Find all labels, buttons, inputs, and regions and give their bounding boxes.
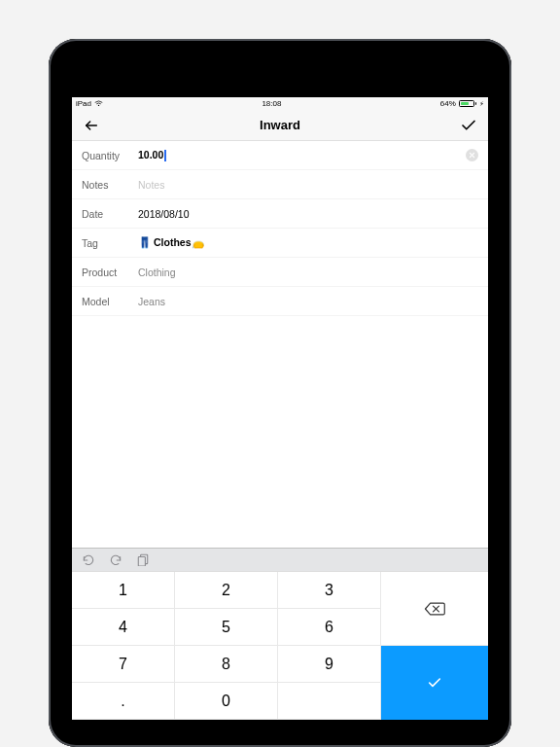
notes-row[interactable]: Notes Notes bbox=[72, 170, 488, 199]
text-cursor bbox=[164, 150, 166, 161]
status-left: iPad bbox=[76, 99, 103, 108]
key-0[interactable]: 0 bbox=[175, 683, 278, 720]
tag-label: Tag bbox=[82, 237, 138, 249]
device-label: iPad bbox=[76, 99, 91, 108]
undo-button[interactable] bbox=[82, 553, 95, 567]
status-bar: iPad 18:08 64% ⚡︎ bbox=[72, 97, 488, 110]
date-label: Date bbox=[82, 208, 138, 220]
enter-key[interactable] bbox=[381, 646, 488, 720]
keyboard-toolbar bbox=[72, 548, 488, 571]
key-8[interactable]: 8 bbox=[175, 646, 278, 683]
key-3[interactable]: 3 bbox=[278, 572, 381, 609]
tag-emoji-icon: 👖 bbox=[138, 236, 152, 248]
page-title: Inward bbox=[72, 118, 488, 132]
svg-point-0 bbox=[98, 105, 99, 106]
tag-emoji2-icon: 👝 bbox=[192, 236, 205, 248]
key-9[interactable]: 9 bbox=[278, 646, 381, 683]
tag-row[interactable]: Tag 👖Clothes👝 bbox=[72, 229, 488, 258]
svg-rect-5 bbox=[138, 557, 145, 566]
notes-label: Notes bbox=[82, 179, 138, 191]
key-7[interactable]: 7 bbox=[72, 646, 175, 683]
number-keypad: 1 2 3 4 5 6 7 8 9 . 0 bbox=[72, 571, 488, 720]
quantity-value[interactable]: 10.00 bbox=[138, 149, 466, 161]
backspace-key[interactable] bbox=[381, 572, 488, 646]
battery-icon bbox=[459, 100, 476, 107]
status-time: 18:08 bbox=[103, 99, 440, 108]
key-6[interactable]: 6 bbox=[278, 609, 381, 646]
key-2[interactable]: 2 bbox=[175, 572, 278, 609]
model-label: Model bbox=[82, 296, 138, 307]
clipboard-button[interactable] bbox=[136, 553, 150, 567]
model-value[interactable]: Jeans bbox=[138, 296, 478, 307]
date-row[interactable]: Date 2018/08/10 bbox=[72, 199, 488, 229]
product-value[interactable]: Clothing bbox=[138, 267, 478, 278]
notes-input[interactable]: Notes bbox=[138, 179, 478, 191]
key-4[interactable]: 4 bbox=[72, 609, 175, 646]
confirm-button[interactable] bbox=[459, 116, 478, 135]
key-empty bbox=[278, 683, 381, 720]
key-1[interactable]: 1 bbox=[72, 572, 175, 609]
status-right: 64% ⚡︎ bbox=[440, 99, 484, 108]
key-dot[interactable]: . bbox=[72, 683, 175, 720]
wifi-icon bbox=[94, 100, 103, 107]
model-row[interactable]: Model Jeans bbox=[72, 287, 488, 316]
tag-value[interactable]: 👖Clothes👝 bbox=[138, 236, 478, 249]
battery-pct: 64% bbox=[440, 99, 456, 108]
date-value[interactable]: 2018/08/10 bbox=[138, 208, 478, 220]
quantity-label: Quantity bbox=[82, 150, 138, 161]
back-button[interactable] bbox=[82, 116, 101, 135]
redo-button[interactable] bbox=[109, 553, 122, 567]
form: Quantity 10.00 Notes Notes Date 2018/08/… bbox=[72, 141, 488, 548]
product-row[interactable]: Product Clothing bbox=[72, 258, 488, 287]
key-5[interactable]: 5 bbox=[175, 609, 278, 646]
clear-quantity-button[interactable] bbox=[466, 149, 478, 161]
quantity-row[interactable]: Quantity 10.00 bbox=[72, 141, 488, 170]
product-label: Product bbox=[82, 267, 138, 278]
screen: iPad 18:08 64% ⚡︎ Inward bbox=[72, 97, 488, 720]
tablet-frame: iPad 18:08 64% ⚡︎ Inward bbox=[49, 39, 511, 747]
nav-bar: Inward bbox=[72, 110, 488, 141]
charging-icon: ⚡︎ bbox=[479, 100, 484, 108]
